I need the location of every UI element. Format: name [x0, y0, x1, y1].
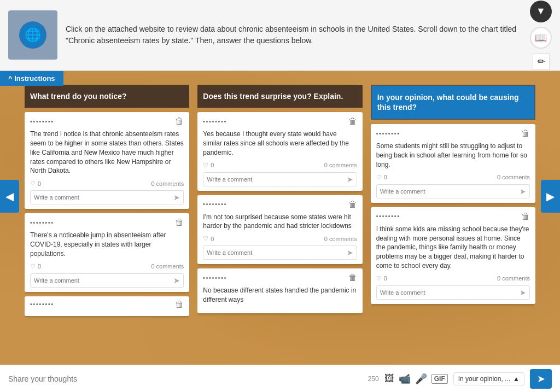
comment-count: 0 comments [151, 180, 184, 187]
card-1-2: •••••••• 🗑 There's a noticeable jump in … [25, 213, 189, 291]
comment-input[interactable] [34, 194, 171, 201]
heart-icon[interactable] [376, 275, 382, 282]
collapse-button[interactable]: ▼ [530, 1, 552, 22]
topic-dropdown[interactable]: In your opinion, ... ▲ [453, 372, 524, 385]
instructions-label: ^ Instructions [8, 74, 55, 83]
card-3-1: •••••••• 🗑 Some students might still be … [371, 124, 535, 202]
card-footer: 0 0 comments [203, 235, 357, 242]
comment-input[interactable] [207, 176, 343, 183]
send-comment-icon[interactable]: ➤ [520, 288, 526, 297]
mic-icon[interactable]: 🎤 [415, 373, 427, 385]
comment-input[interactable] [34, 277, 171, 284]
send-button[interactable]: ➤ [530, 369, 552, 389]
card-footer: 0 0 comments [376, 174, 530, 181]
card-text: I think some kids are missing school bec… [376, 225, 530, 271]
card-footer: 0 0 comments [30, 263, 184, 270]
column-1: What trend do you notice? •••••••• 🗑 The… [25, 85, 189, 359]
heart-icon[interactable] [376, 174, 382, 181]
comment-input-row: ➤ [376, 184, 530, 198]
card-dots: •••••••• [30, 119, 54, 125]
header-icon: 🌐 [8, 10, 57, 60]
comment-count: 0 comments [497, 174, 530, 180]
column-3-header: In your opinion, what could be causing t… [371, 85, 535, 120]
send-comment-icon[interactable]: ➤ [173, 276, 180, 285]
send-comment-icon[interactable]: ➤ [347, 248, 353, 257]
card-header-row: •••••••• 🗑 [30, 218, 184, 227]
heart-icon[interactable] [30, 180, 36, 187]
card-1-1: •••••••• 🗑 The trend I notice is that ch… [25, 112, 189, 209]
comment-input[interactable] [380, 188, 517, 195]
card-likes: 0 [203, 235, 214, 242]
column-1-header: What trend do you notice? [25, 85, 189, 108]
column-3: In your opinion, what could be causing t… [371, 85, 535, 359]
comment-count: 0 comments [151, 263, 184, 270]
toolbar-icons: 🖼 📹 🎤 GIF [384, 373, 448, 385]
comment-count: 0 comments [324, 162, 357, 168]
card-footer: 0 0 comments [203, 162, 357, 169]
card-footer: 0 0 comments [30, 180, 184, 187]
comment-input[interactable] [207, 249, 343, 256]
card-likes: 0 [30, 263, 41, 270]
send-comment-icon[interactable]: ➤ [520, 187, 526, 196]
header-text: Click on the attached website to review … [66, 24, 524, 46]
comment-input[interactable] [380, 289, 517, 296]
card-delete-button[interactable]: 🗑 [175, 116, 184, 126]
audio-icon: 📖 [535, 32, 547, 44]
like-count: 0 [38, 180, 41, 187]
card-likes: 0 [376, 174, 387, 181]
card-dots: •••••••• [203, 275, 227, 281]
card-1-3: •••••••• 🗑 [25, 296, 189, 316]
edit-button[interactable]: ✏ [533, 53, 550, 70]
card-2-2: •••••••• 🗑 I'm not too surprised because… [197, 195, 362, 265]
card-delete-button[interactable]: 🗑 [348, 116, 357, 126]
card-2-3: •••••••• 🗑 No because different states h… [197, 268, 362, 313]
heart-icon[interactable] [203, 162, 208, 169]
like-count: 0 [384, 275, 387, 282]
card-delete-button[interactable]: 🗑 [175, 218, 184, 227]
card-delete-button[interactable]: 🗑 [521, 212, 530, 221]
card-likes: 0 [376, 275, 387, 282]
column-3-cards: •••••••• 🗑 Some students might still be … [371, 120, 535, 359]
card-dots: •••••••• [30, 220, 54, 226]
card-text: No because different states handled the … [203, 286, 357, 305]
video-icon[interactable]: 📹 [399, 373, 411, 385]
audio-button[interactable]: 📖 [530, 27, 552, 49]
card-text: Yes because I thought every state would … [203, 130, 357, 157]
comment-count: 0 comments [497, 275, 530, 282]
card-likes: 0 [30, 180, 41, 187]
card-text: I'm not too surprised because some state… [203, 213, 357, 231]
card-delete-button[interactable]: 🗑 [175, 300, 184, 309]
send-comment-icon[interactable]: ➤ [347, 175, 353, 184]
card-header-row: •••••••• 🗑 [30, 300, 184, 309]
globe-icon: 🌐 [19, 21, 46, 49]
card-delete-button[interactable]: 🗑 [348, 200, 357, 209]
columns-wrapper: What trend do you notice? •••••••• 🗑 The… [25, 85, 535, 359]
card-dots: •••••••• [203, 119, 227, 125]
send-comment-icon[interactable]: ➤ [173, 193, 180, 202]
thought-input[interactable] [8, 375, 363, 383]
like-count: 0 [211, 162, 214, 168]
card-header-row: •••••••• 🗑 [376, 128, 530, 138]
column-2-header: Does this trend surprise you? Explain. [197, 85, 362, 108]
nav-left-arrow[interactable]: ◀ [0, 180, 19, 213]
card-dots: •••••••• [30, 301, 54, 307]
card-text: There's a noticeable jump in absenteeism… [30, 231, 184, 258]
heart-icon[interactable] [30, 263, 36, 270]
comment-input-row: ➤ [376, 285, 530, 300]
card-text: Some students might still be struggling … [376, 142, 530, 169]
like-count: 0 [384, 174, 387, 180]
heart-icon[interactable] [203, 235, 208, 242]
card-header-row: •••••••• 🗑 [203, 200, 357, 209]
dropdown-arrow: ▲ [513, 375, 520, 383]
char-count: 250 [368, 375, 379, 383]
nav-right-arrow[interactable]: ▶ [541, 180, 560, 213]
image-icon[interactable]: 🖼 [384, 373, 394, 384]
card-delete-button[interactable]: 🗑 [348, 273, 357, 283]
card-dots: •••••••• [203, 201, 227, 207]
card-text: The trend I notice is that chronic absen… [30, 130, 184, 175]
gif-button[interactable]: GIF [431, 374, 448, 384]
card-3-2: •••••••• 🗑 I think some kids are missing… [371, 207, 535, 304]
card-delete-button[interactable]: 🗑 [521, 128, 530, 138]
comment-input-row: ➤ [203, 172, 357, 186]
instructions-bar[interactable]: ^ Instructions [0, 71, 63, 86]
